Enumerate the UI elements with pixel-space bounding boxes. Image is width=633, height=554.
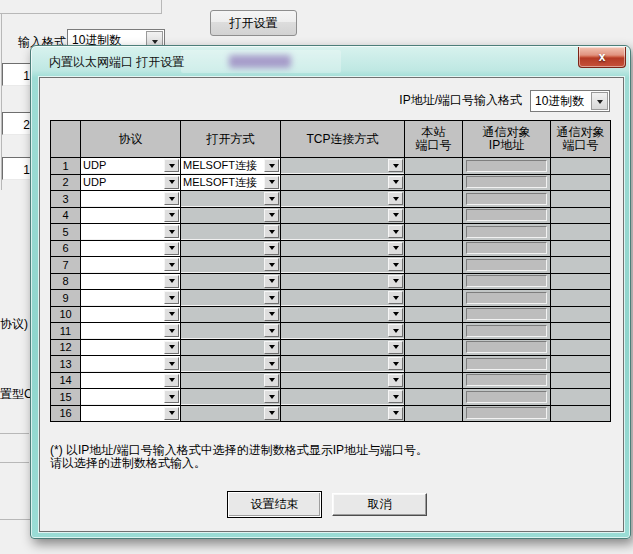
- chevron-down-icon[interactable]: [264, 291, 279, 304]
- target-ip-field[interactable]: [466, 358, 547, 370]
- target-ip-field[interactable]: [466, 407, 547, 419]
- open-method-select[interactable]: [181, 274, 280, 289]
- tcp-method-select[interactable]: [281, 224, 404, 239]
- target-ip-field[interactable]: [466, 176, 547, 188]
- chevron-down-icon[interactable]: [264, 225, 279, 238]
- chevron-down-icon[interactable]: [164, 209, 179, 222]
- chevron-down-icon[interactable]: [164, 324, 179, 337]
- open-method-select[interactable]: [181, 340, 280, 355]
- target-ip-field[interactable]: [466, 374, 547, 386]
- protocol-select[interactable]: [81, 208, 180, 223]
- open-method-select[interactable]: [181, 307, 280, 322]
- chevron-down-icon[interactable]: [164, 291, 179, 304]
- tcp-method-select[interactable]: [281, 257, 404, 272]
- chevron-down-icon[interactable]: [388, 324, 403, 337]
- ip-port-format-select[interactable]: 10进制数: [530, 90, 610, 112]
- protocol-select[interactable]: [81, 290, 180, 305]
- chevron-down-icon[interactable]: [264, 258, 279, 271]
- chevron-down-icon[interactable]: [164, 242, 179, 255]
- tcp-method-select[interactable]: [281, 290, 404, 305]
- open-method-select[interactable]: [181, 323, 280, 338]
- target-ip-field[interactable]: [466, 292, 547, 304]
- chevron-down-icon[interactable]: [388, 407, 403, 420]
- chevron-down-icon[interactable]: [164, 390, 179, 403]
- tcp-method-select[interactable]: [281, 208, 404, 223]
- chevron-down-icon[interactable]: [164, 407, 179, 420]
- protocol-select[interactable]: [81, 406, 180, 421]
- tcp-method-select[interactable]: [281, 406, 404, 421]
- tcp-method-select[interactable]: [281, 274, 404, 289]
- target-ip-field[interactable]: [466, 391, 547, 403]
- open-method-select[interactable]: MELSOFT连接: [181, 175, 280, 190]
- chevron-down-icon[interactable]: [264, 374, 279, 387]
- chevron-down-icon[interactable]: [388, 341, 403, 354]
- tcp-method-select[interactable]: [281, 356, 404, 371]
- open-settings-button[interactable]: 打开设置: [210, 10, 297, 36]
- chevron-down-icon[interactable]: [164, 341, 179, 354]
- chevron-down-icon[interactable]: [164, 225, 179, 238]
- cancel-button[interactable]: 取消: [332, 493, 427, 516]
- chevron-down-icon[interactable]: [388, 176, 403, 189]
- target-ip-field[interactable]: [466, 308, 547, 320]
- target-ip-field[interactable]: [466, 341, 547, 353]
- chevron-down-icon[interactable]: [164, 258, 179, 271]
- open-method-select[interactable]: [181, 373, 280, 388]
- chevron-down-icon[interactable]: [264, 341, 279, 354]
- tcp-method-select[interactable]: [281, 340, 404, 355]
- protocol-select[interactable]: UDP: [81, 175, 180, 190]
- tcp-method-select[interactable]: [281, 307, 404, 322]
- chevron-down-icon[interactable]: [264, 192, 279, 205]
- protocol-select[interactable]: [81, 340, 180, 355]
- chevron-down-icon[interactable]: [388, 291, 403, 304]
- open-method-select[interactable]: MELSOFT连接: [181, 158, 280, 173]
- tcp-method-select[interactable]: [281, 241, 404, 256]
- chevron-down-icon[interactable]: [164, 275, 179, 288]
- tcp-method-select[interactable]: [281, 191, 404, 206]
- tcp-method-select[interactable]: [281, 389, 404, 404]
- chevron-down-icon[interactable]: [388, 308, 403, 321]
- protocol-select[interactable]: [81, 373, 180, 388]
- settings-end-button[interactable]: 设置结束: [227, 491, 322, 518]
- chevron-down-icon[interactable]: [388, 258, 403, 271]
- open-method-select[interactable]: [181, 241, 280, 256]
- target-ip-field[interactable]: [466, 209, 547, 221]
- chevron-down-icon[interactable]: [264, 390, 279, 403]
- open-method-select[interactable]: [181, 406, 280, 421]
- target-ip-field[interactable]: [466, 275, 547, 287]
- chevron-down-icon[interactable]: [388, 242, 403, 255]
- protocol-select[interactable]: [81, 356, 180, 371]
- protocol-select[interactable]: [81, 224, 180, 239]
- chevron-down-icon[interactable]: [264, 324, 279, 337]
- open-method-select[interactable]: [181, 191, 280, 206]
- protocol-select[interactable]: [81, 323, 180, 338]
- chevron-down-icon[interactable]: [264, 275, 279, 288]
- chevron-down-icon[interactable]: [264, 176, 279, 189]
- chevron-down-icon[interactable]: [591, 92, 608, 110]
- chevron-down-icon[interactable]: [264, 209, 279, 222]
- open-method-select[interactable]: [181, 208, 280, 223]
- chevron-down-icon[interactable]: [164, 159, 179, 172]
- chevron-down-icon[interactable]: [264, 308, 279, 321]
- target-ip-field[interactable]: [466, 325, 547, 337]
- tcp-method-select[interactable]: [281, 175, 404, 190]
- chevron-down-icon[interactable]: [388, 209, 403, 222]
- chevron-down-icon[interactable]: [388, 275, 403, 288]
- chevron-down-icon[interactable]: [164, 374, 179, 387]
- chevron-down-icon[interactable]: [164, 357, 179, 370]
- chevron-down-icon[interactable]: [388, 390, 403, 403]
- chevron-down-icon[interactable]: [388, 225, 403, 238]
- target-ip-field[interactable]: [466, 226, 547, 238]
- chevron-down-icon[interactable]: [164, 308, 179, 321]
- protocol-select[interactable]: [81, 307, 180, 322]
- protocol-select[interactable]: [81, 241, 180, 256]
- chevron-down-icon[interactable]: [164, 176, 179, 189]
- open-method-select[interactable]: [181, 224, 280, 239]
- open-method-select[interactable]: [181, 290, 280, 305]
- protocol-select[interactable]: [81, 257, 180, 272]
- target-ip-field[interactable]: [466, 193, 547, 205]
- chevron-down-icon[interactable]: [388, 374, 403, 387]
- open-method-select[interactable]: [181, 257, 280, 272]
- chevron-down-icon[interactable]: [388, 192, 403, 205]
- tcp-method-select[interactable]: [281, 158, 404, 173]
- protocol-select[interactable]: [81, 389, 180, 404]
